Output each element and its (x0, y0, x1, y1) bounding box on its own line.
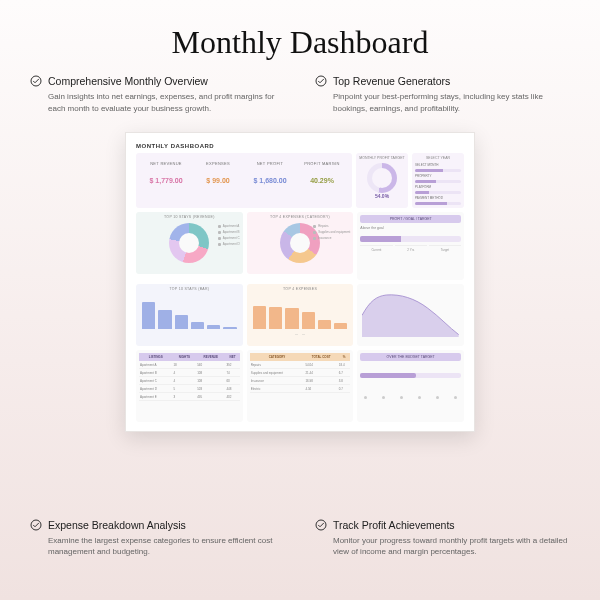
chart-legend: Apartment A Apartment B Apartment C Apar… (218, 224, 240, 246)
chart-stays-bar: TOP 10 STAYS (BAR) (136, 284, 243, 346)
kpi-strip: NET REVENUE$ 1,779.00 EXPENSES$ 99.00 NE… (136, 153, 352, 208)
donut-icon (169, 223, 209, 263)
gauge-profit-target: MONTHLY PROFIT TARGET 54.0% (356, 153, 408, 208)
check-icon (315, 519, 327, 531)
table-listings: LISTINGS NIGHTS REVENUE NET Apartment A1… (136, 350, 243, 422)
feature-desc: Monitor your progress toward monthly pro… (315, 535, 570, 558)
chart-stays-donut: TOP 10 STAYS (REVENUE) Apartment A Apart… (136, 212, 243, 274)
page-title: Monthly Dashboard (30, 24, 570, 61)
kpi-net-revenue: NET REVENUE$ 1,779.00 (142, 161, 190, 200)
svg-point-3 (316, 520, 326, 530)
feature-heading: Track Profit Achievements (333, 519, 455, 531)
svg-point-0 (31, 76, 41, 86)
chart-expenses-bar: TOP 4 EXPENSES —— (247, 284, 354, 346)
table-categories: CATEGORY TOTAL COST % Repairs54.0418.4Su… (247, 350, 354, 422)
features-bottom: Expense Breakdown Analysis Examine the l… (30, 519, 570, 558)
dashboard-title: MONTHLY DASHBOARD (136, 143, 464, 149)
feature-desc: Pinpoint your best-performing stays, inc… (315, 91, 570, 114)
kpi-profit-margin: PROFIT MARGIN40.29% (298, 161, 346, 200)
feature-track-profit: Track Profit Achievements Monitor your p… (315, 519, 570, 558)
panel-profit-goal: PROFIT / GOAL / TARGET Above the goal Cu… (357, 212, 464, 280)
feature-desc: Gain insights into net earnings, expense… (30, 91, 285, 114)
svg-point-2 (31, 520, 41, 530)
feature-desc: Examine the largest expense categories t… (30, 535, 285, 558)
dashboard-preview: MONTHLY DASHBOARD NET REVENUE$ 1,779.00 … (125, 132, 475, 432)
chart-expenses-donut: TOP 4 EXPENSES (CATEGORY) Repairs Suppli… (247, 212, 354, 274)
check-icon (30, 519, 42, 531)
panel-budget-target: OVER THE BUDGET TARGET (357, 350, 464, 422)
filters-panel: SELECT YEAR SELECT MONTH PROPERTY PLATFO… (412, 153, 464, 208)
feature-overview: Comprehensive Monthly Overview Gain insi… (30, 75, 285, 114)
svg-point-1 (316, 76, 326, 86)
feature-heading: Expense Breakdown Analysis (48, 519, 186, 531)
features-top: Comprehensive Monthly Overview Gain insi… (30, 75, 570, 114)
chart-area (357, 284, 464, 346)
feature-expense-breakdown: Expense Breakdown Analysis Examine the l… (30, 519, 285, 558)
feature-revenue: Top Revenue Generators Pinpoint your bes… (315, 75, 570, 114)
feature-heading: Top Revenue Generators (333, 75, 450, 87)
kpi-expenses: EXPENSES$ 99.00 (194, 161, 242, 200)
feature-heading: Comprehensive Monthly Overview (48, 75, 208, 87)
chart-legend: Repairs Supplies and equipment Insurance (313, 224, 350, 240)
check-icon (30, 75, 42, 87)
kpi-net-profit: NET PROFIT$ 1,680.00 (246, 161, 294, 200)
check-icon (315, 75, 327, 87)
